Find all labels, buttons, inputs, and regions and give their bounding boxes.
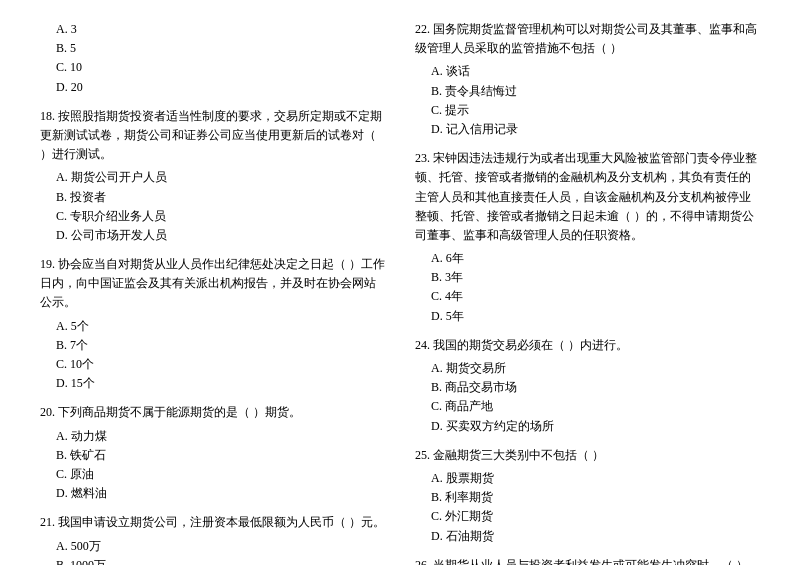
option-21-a: A. 500万 [40, 537, 385, 556]
question-block-22: 22. 国务院期货监督管理机构可以对期货公司及其董事、监事和高级管理人员采取的监… [415, 20, 760, 139]
option-20-b: B. 铁矿石 [40, 446, 385, 465]
question-21-title: 21. 我国申请设立期货公司，注册资本最低限额为人民币（ ）元。 [40, 513, 385, 532]
option-20-c: C. 原油 [40, 465, 385, 484]
option-24-a: A. 期货交易所 [415, 359, 760, 378]
option-20-a: A. 动力煤 [40, 427, 385, 446]
question-block-25: 25. 金融期货三大类别中不包括（ ） A. 股票期货 B. 利率期货 C. 外… [415, 446, 760, 546]
option-20-d: D. 燃料油 [40, 484, 385, 503]
option-19-b: B. 7个 [40, 336, 385, 355]
question-23-title: 23. 宋钟因违法违规行为或者出现重大风险被监管部门责令停业整顿、托管、接管或者… [415, 149, 760, 245]
question-18-title: 18. 按照股指期货投资者适当性制度的要求，交易所定期或不定期更新测试试卷，期货… [40, 107, 385, 165]
question-block-19: 19. 协会应当自对期货从业人员作出纪律惩处决定之日起（ ）工作日内，向中国证监… [40, 255, 385, 393]
option-23-c: C. 4年 [415, 287, 760, 306]
option-24-b: B. 商品交易市场 [415, 378, 760, 397]
option-18-a: A. 期货公司开户人员 [40, 168, 385, 187]
option-a3-a: A. 3 [40, 20, 385, 39]
option-18-c: C. 专职介绍业务人员 [40, 207, 385, 226]
question-block-24: 24. 我国的期货交易必须在（ ）内进行。 A. 期货交易所 B. 商品交易市场… [415, 336, 760, 436]
option-25-b: B. 利率期货 [415, 488, 760, 507]
option-22-a: A. 谈话 [415, 62, 760, 81]
question-block-21: 21. 我国申请设立期货公司，注册资本最低限额为人民币（ ）元。 A. 500万… [40, 513, 385, 565]
option-25-d: D. 石油期货 [415, 527, 760, 546]
option-22-d: D. 记入信用记录 [415, 120, 760, 139]
question-22-title: 22. 国务院期货监督管理机构可以对期货公司及其董事、监事和高级管理人员采取的监… [415, 20, 760, 58]
option-23-b: B. 3年 [415, 268, 760, 287]
question-block-26: 26. 当期货从业人员与投资者利益发生或可能发生冲突时，（ ） A. 应当遵出委… [415, 556, 760, 565]
question-block-18: 18. 按照股指期货投资者适当性制度的要求，交易所定期或不定期更新测试试卷，期货… [40, 107, 385, 245]
question-block-23: 23. 宋钟因违法违规行为或者出现重大风险被监管部门责令停业整顿、托管、接管或者… [415, 149, 760, 326]
question-19-title: 19. 协会应当自对期货从业人员作出纪律惩处决定之日起（ ）工作日内，向中国证监… [40, 255, 385, 313]
question-26-title: 26. 当期货从业人员与投资者利益发生或可能发生冲突时，（ ） [415, 556, 760, 565]
option-25-c: C. 外汇期货 [415, 507, 760, 526]
option-a3-b: B. 5 [40, 39, 385, 58]
option-23-a: A. 6年 [415, 249, 760, 268]
question-block-a3: A. 3 B. 5 C. 10 D. 20 [40, 20, 385, 97]
option-22-c: C. 提示 [415, 101, 760, 120]
option-21-b: B. 1000万 [40, 556, 385, 565]
option-19-c: C. 10个 [40, 355, 385, 374]
option-24-c: C. 商品产地 [415, 397, 760, 416]
option-a3-d: D. 20 [40, 78, 385, 97]
right-column: 22. 国务院期货监督管理机构可以对期货公司及其董事、监事和高级管理人员采取的监… [415, 20, 760, 565]
question-20-title: 20. 下列商品期货不属于能源期货的是（ ）期货。 [40, 403, 385, 422]
option-24-d: D. 买卖双方约定的场所 [415, 417, 760, 436]
option-23-d: D. 5年 [415, 307, 760, 326]
option-25-a: A. 股票期货 [415, 469, 760, 488]
option-22-b: B. 责令具结悔过 [415, 82, 760, 101]
option-18-d: D. 公司市场开发人员 [40, 226, 385, 245]
left-column: A. 3 B. 5 C. 10 D. 20 18. 按照股指期货投资者适当性制度… [40, 20, 385, 565]
question-25-title: 25. 金融期货三大类别中不包括（ ） [415, 446, 760, 465]
option-a3-c: C. 10 [40, 58, 385, 77]
option-18-b: B. 投资者 [40, 188, 385, 207]
option-19-d: D. 15个 [40, 374, 385, 393]
option-19-a: A. 5个 [40, 317, 385, 336]
question-24-title: 24. 我国的期货交易必须在（ ）内进行。 [415, 336, 760, 355]
question-block-20: 20. 下列商品期货不属于能源期货的是（ ）期货。 A. 动力煤 B. 铁矿石 … [40, 403, 385, 503]
